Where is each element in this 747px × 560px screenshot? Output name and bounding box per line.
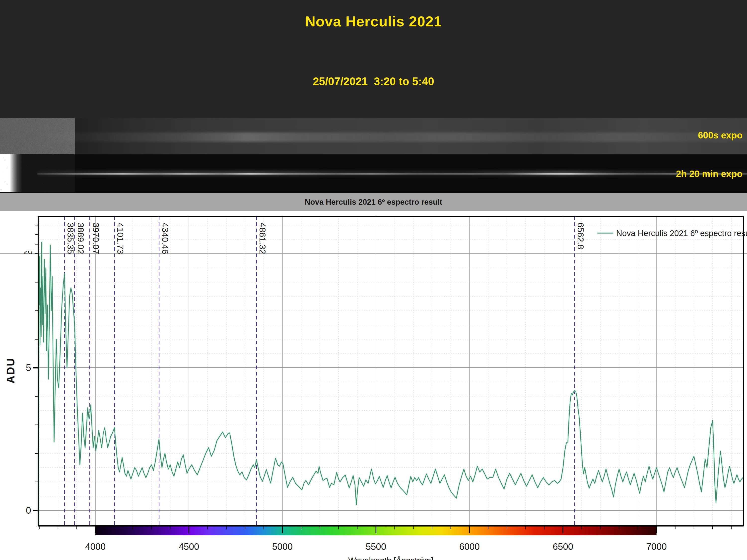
spectrum-chart: 4000450050005500600065007000Wavelength [… [0, 211, 747, 560]
marked-wavelength-label: 4861.32 [258, 222, 267, 254]
header: Nova Herculis 2021 25/07/2021 3:20 to 5:… [0, 0, 747, 118]
x-tick-label: 7000 [646, 541, 667, 552]
x-tick-label: 5500 [366, 541, 386, 552]
result-bar-title: Nova Herculis 2021 6º espectro result [305, 198, 442, 207]
exposure-strip-600s: 600s expo [0, 118, 747, 154]
x-axis-title: Wavelength [Ångström] [348, 556, 433, 560]
strip-label-2h20: 2h 20 min expo [676, 169, 743, 179]
result-bar: Nova Herculis 2021 6º espectro result [0, 193, 747, 211]
exposure-strip-2h20: 2h 20 min expo [0, 154, 747, 193]
chart-panel: 4000450050005500600065007000Wavelength [… [0, 211, 747, 560]
marked-wavelength-label: 3835.35 [66, 222, 75, 254]
marked-wavelength-label: 4340.46 [160, 222, 170, 254]
spectrum-trace-line [37, 173, 747, 175]
strip-label-600s: 600s expo [698, 130, 743, 141]
marked-wavelength-label: 3970.07 [91, 222, 101, 254]
y-axis-title: ADU [4, 357, 17, 383]
legend-label: Nova Herculis 2021 6º espectro result [616, 229, 747, 238]
page-title: Nova Herculis 2021 [0, 13, 747, 30]
y-tick-label: 0 [26, 505, 31, 516]
marked-wavelength-label: 3889.02 [76, 222, 86, 254]
observation-date-line: 25/07/2021 3:20 to 5:40 [313, 74, 434, 89]
spectrum-trace-band [0, 132, 747, 142]
x-tick-label: 6000 [459, 541, 480, 552]
y-tick-label: 5 [26, 363, 31, 373]
x-tick-label: 6500 [553, 541, 573, 552]
slide-root: Nova Herculis 2021 25/07/2021 3:20 to 5:… [0, 0, 747, 560]
marked-wavelength-label: 4101.73 [115, 222, 125, 254]
x-tick-label: 5000 [272, 541, 293, 552]
marked-wavelength-label: 6562.8 [576, 222, 586, 249]
x-tick-label: 4500 [179, 541, 199, 552]
x-tick-label: 4000 [85, 541, 106, 552]
